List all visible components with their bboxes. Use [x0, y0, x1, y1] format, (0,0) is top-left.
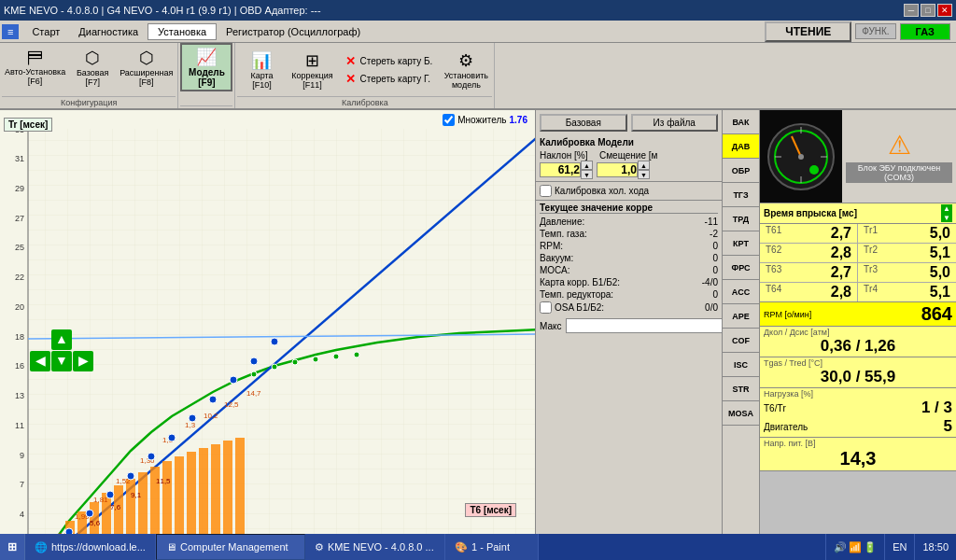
correction-icon: ⊞	[305, 50, 319, 71]
auto-setup-icon: ⛿	[27, 49, 44, 68]
extended-button[interactable]: ⬡ Расширенная[F8]	[117, 43, 176, 91]
menu-item-start[interactable]: Старт	[22, 24, 69, 39]
inj-tr2-label: Тr2	[864, 245, 878, 261]
gas-label: ГАЗ	[900, 23, 950, 40]
slope-input[interactable]	[540, 162, 581, 177]
svg-point-92	[189, 414, 196, 422]
set-model-icon: ⚙	[458, 50, 473, 71]
inj-cell-t62: Т62 2,8	[760, 244, 858, 263]
calib-vals-row: ▲ ▼ ▲ ▼	[540, 161, 718, 179]
taskbar-item-paint[interactable]: 🎨 1 - Paint	[445, 534, 539, 560]
correction-button[interactable]: ⊞ Коррекция[F11]	[286, 46, 338, 94]
auto-setup-label: Авто-Установка[F6]	[5, 68, 65, 87]
top-display-row: ⚠ Блок ЭБУ подключен (СОМ3)	[760, 110, 956, 203]
temperature-display: Tgas / Tred [°C] 30,0 / 55,9	[760, 357, 956, 388]
sidenav-krt[interactable]: КРТ	[723, 231, 759, 256]
svg-rect-65	[162, 461, 172, 534]
multiplier-checkbox[interactable]	[443, 114, 455, 126]
file-button[interactable]: Из файла	[631, 114, 719, 132]
sidenav-str[interactable]: STR	[723, 377, 759, 401]
basic-button[interactable]: ⬡ Базовая[F7]	[68, 43, 117, 91]
erase-map-g-button[interactable]: ✕ Стереть карту Г.	[345, 72, 432, 86]
inj-t64-label: Т64	[766, 284, 781, 301]
sidenav-isc[interactable]: ISC	[723, 353, 759, 377]
offset-input-group: ▲ ▼	[597, 161, 650, 179]
multiplier-value: 1.76	[510, 115, 527, 125]
inj-tr1-val: 5,0	[930, 225, 950, 242]
basic-icon: ⬡	[85, 48, 100, 68]
svg-text:14,7: 14,7	[246, 389, 261, 398]
offset-input[interactable]	[597, 162, 638, 177]
corr-vacuum-label: Вакуум:	[540, 253, 573, 263]
svg-text:12,5: 12,5	[224, 400, 239, 409]
sidenav-vak[interactable]: ВАК	[723, 110, 759, 134]
t6tr-load-val: 1 / 3	[921, 399, 952, 417]
slope-down-button[interactable]: ▼	[581, 170, 593, 179]
reading-button[interactable]: ЧТЕНИЕ	[765, 21, 851, 42]
osa-checkbox[interactable]	[540, 301, 552, 314]
svg-text:5,6: 5,6	[90, 519, 101, 527]
paint-label: 1 - Paint	[471, 541, 510, 553]
sidenav-acc[interactable]: АСС	[723, 280, 759, 304]
max-input[interactable]	[566, 318, 724, 333]
svg-point-95	[250, 357, 258, 365]
corrections-panel: Текущее значение корре Давление: -11 Тем…	[536, 201, 722, 534]
inj-tr4-val: 5,1	[930, 284, 950, 301]
menu-item-setup[interactable]: Установка	[148, 23, 217, 40]
close-button[interactable]: ✕	[937, 4, 952, 17]
inj-times-grid: Т61 2,7 Тr1 5,0 Т62 2,8 Т	[760, 224, 956, 302]
map-button[interactable]: 📊 Карта[F10]	[237, 46, 286, 94]
offset-down-button[interactable]: ▼	[638, 170, 650, 179]
offset-up-button[interactable]: ▲	[638, 161, 650, 170]
sidenav-are[interactable]: АРЕ	[723, 304, 759, 329]
corr-mapCorr-val: -4/0	[702, 277, 718, 287]
base-button[interactable]: Базовая	[540, 114, 627, 132]
rpm-value: 864	[921, 303, 952, 325]
sidenav-trd[interactable]: ТРД	[723, 207, 759, 231]
slope-label: Наклон [%]	[540, 150, 596, 161]
corr-row-gasTemp: Темп. газа: -2	[540, 228, 718, 240]
taskbar-item-kme[interactable]: ⚙ KME NEVO - 4.0.8.0 ...	[305, 534, 445, 560]
x-axis-label: Т6 [мсек]	[465, 503, 516, 517]
erase-map-b-button[interactable]: ✕ Стереть карту Б.	[345, 54, 432, 68]
svg-point-102	[354, 352, 359, 357]
menu-item-diagnostics[interactable]: Диагностика	[69, 24, 148, 39]
maximize-button[interactable]: □	[921, 4, 935, 17]
svg-rect-63	[138, 472, 148, 534]
inj-scroll-down[interactable]: ▼	[941, 214, 952, 223]
slope-up-button[interactable]: ▲	[581, 161, 593, 170]
sidenav-frs[interactable]: ФРС	[723, 256, 759, 280]
idle-calib-row: Калибровка хол. хода	[536, 182, 722, 201]
kme-label: KME NEVO - 4.0.8.0 ...	[328, 541, 434, 553]
model-button[interactable]: 📈 Модель[F9]	[180, 43, 232, 91]
sidenav-dav[interactable]: ДАВ	[723, 134, 759, 159]
svg-point-93	[209, 396, 217, 403]
sidenav-tgz[interactable]: ТГЗ	[723, 183, 759, 207]
menu-logo[interactable]: ≡	[2, 24, 19, 39]
taskbar-item-computer-mgmt[interactable]: 🖥 Computer Management	[156, 534, 305, 560]
sidenav-obr[interactable]: ОБР	[723, 159, 759, 183]
sidenav-mosa[interactable]: MOSA	[723, 401, 759, 426]
data-displays: ⚠ Блок ЭБУ подключен (СОМ3) Время впрыск…	[760, 110, 956, 534]
menu-item-recorder[interactable]: Регистратор (Осциллограф)	[217, 24, 370, 39]
minimize-button[interactable]: ─	[904, 4, 919, 17]
inj-scroll-up[interactable]: ▲	[941, 204, 952, 214]
taskbar-item-browser[interactable]: 🌐 https://download.le...	[25, 534, 156, 560]
svg-text:9,1: 9,1	[131, 491, 142, 499]
load-label: Нагрузка [%]	[764, 389, 952, 399]
sidenav-cof[interactable]: СОF	[723, 329, 759, 353]
calib-section-label: Калибровка	[237, 96, 492, 108]
inj-cell-tr2: Тr2 5,1	[858, 244, 956, 263]
set-model-button[interactable]: ⚙ Установитьмодель	[440, 46, 492, 94]
title-bar: KME NEVO - 4.0.8.0 | G4 NEVO - 4.0H r1 (…	[0, 0, 956, 21]
idle-calib-checkbox[interactable]	[540, 185, 552, 197]
side-nav: ВАК ДАВ ОБР ТГЗ ТРД КРТ ФРС АСС АРЕ СОF …	[723, 110, 760, 534]
svg-rect-62	[126, 479, 135, 534]
inj-cell-tr3: Тr3 5,0	[858, 263, 956, 283]
svg-text:18: 18	[15, 332, 24, 342]
multiplier-row: Множитель 1.76	[443, 114, 527, 126]
paint-icon: 🎨	[455, 541, 468, 553]
start-button[interactable]: ⊞	[0, 534, 25, 560]
corr-mosa-label: МОСА:	[540, 265, 570, 275]
auto-setup-button[interactable]: ⛿ Авто-Установка[F6]	[2, 43, 68, 91]
